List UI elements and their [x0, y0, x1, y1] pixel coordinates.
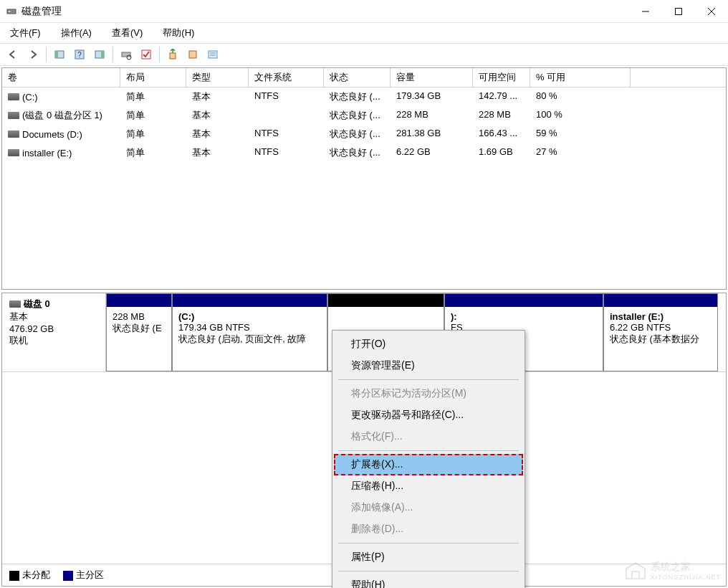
column-type[interactable]: 类型	[186, 68, 249, 87]
app-icon	[6, 6, 17, 17]
column-free[interactable]: 可用空间	[473, 68, 530, 87]
volume-icon	[8, 149, 19, 156]
ctx-shrink-volume[interactable]: 压缩卷(H)...	[334, 475, 523, 497]
svg-rect-16	[189, 51, 196, 58]
toolbar-btn-1[interactable]	[51, 46, 68, 63]
toolbar-btn-6[interactable]	[164, 46, 181, 63]
svg-rect-12	[122, 52, 130, 57]
watermark: 系统之家 XITONGZHIJIA.NET	[625, 561, 721, 581]
ctx-open[interactable]: 打开(O)	[334, 333, 523, 355]
volume-list[interactable]: 卷 布局 类型 文件系统 状态 容量 可用空间 % 可用 (C:) 简单 基本 …	[1, 67, 727, 290]
context-menu: 打开(O) 资源管理器(E) 将分区标记为活动分区(M) 更改驱动器号和路径(C…	[332, 330, 525, 588]
help-icon[interactable]: ?	[71, 46, 88, 63]
svg-rect-3	[676, 8, 682, 14]
volume-icon	[8, 112, 19, 119]
menu-action[interactable]: 操作(A)	[57, 25, 96, 41]
ctx-delete-volume: 删除卷(D)...	[334, 518, 523, 540]
column-percent[interactable]: % 可用	[530, 68, 631, 87]
menu-file[interactable]: 文件(F)	[6, 25, 45, 41]
column-filesystem[interactable]: 文件系统	[249, 68, 324, 87]
toolbar-btn-3[interactable]	[91, 46, 108, 63]
svg-rect-17	[209, 51, 217, 58]
close-button[interactable]	[695, 0, 728, 23]
disk-icon	[9, 300, 21, 308]
volume-icon	[8, 93, 19, 100]
forward-button[interactable]	[24, 46, 42, 63]
svg-text:?: ?	[77, 51, 82, 59]
partition-block[interactable]: installer (E:) 6.22 GB NTFS 状态良好 (基本数据分	[603, 293, 718, 371]
ctx-change-drive[interactable]: 更改驱动器号和路径(C)...	[334, 404, 523, 426]
check-icon[interactable]	[138, 46, 155, 63]
volume-row[interactable]: Documets (D:) 简单 基本 NTFS 状态良好 (... 281.3…	[2, 125, 726, 143]
window-title: 磁盘管理	[21, 5, 629, 18]
maximize-button[interactable]	[662, 0, 695, 23]
svg-point-1	[9, 11, 10, 12]
minimize-button[interactable]	[629, 0, 662, 23]
toolbar: ?	[0, 43, 728, 66]
svg-rect-11	[101, 51, 104, 58]
column-status[interactable]: 状态	[324, 68, 391, 87]
column-layout[interactable]: 布局	[120, 68, 186, 87]
volume-row[interactable]: (磁盘 0 磁盘分区 1) 简单 基本 状态良好 (... 228 MB 228…	[2, 106, 726, 125]
legend-unallocated-icon	[9, 571, 19, 581]
menu-help[interactable]: 帮助(H)	[158, 25, 198, 41]
partition-block[interactable]: (C:) 179.34 GB NTFS 状态良好 (启动, 页面文件, 故障	[172, 293, 327, 371]
column-volume[interactable]: 卷	[2, 68, 120, 87]
svg-rect-0	[7, 9, 16, 14]
svg-rect-7	[55, 51, 58, 58]
ctx-explorer[interactable]: 资源管理器(E)	[334, 355, 523, 376]
back-button[interactable]	[4, 46, 21, 63]
partition-block[interactable]: 228 MB 状态良好 (E	[106, 293, 172, 371]
ctx-extend-volume[interactable]: 扩展卷(X)...	[334, 454, 523, 475]
volume-row[interactable]: installer (E:) 简单 基本 NTFS 状态良好 (... 6.22…	[2, 143, 726, 162]
menu-view[interactable]: 查看(V)	[107, 25, 147, 41]
properties-icon[interactable]	[204, 46, 221, 63]
svg-rect-15	[170, 53, 176, 59]
ctx-mark-active: 将分区标记为活动分区(M)	[334, 383, 523, 404]
ctx-properties[interactable]: 属性(P)	[334, 546, 523, 568]
ctx-add-mirror: 添加镜像(A)...	[334, 497, 523, 518]
ctx-format: 格式化(F)...	[334, 426, 523, 447]
legend-primary-icon	[63, 571, 73, 581]
toolbar-btn-7[interactable]	[184, 46, 201, 63]
column-capacity[interactable]: 容量	[391, 68, 473, 87]
volume-icon	[8, 131, 19, 138]
ctx-help[interactable]: 帮助(H)	[334, 574, 523, 588]
refresh-icon[interactable]	[118, 46, 135, 63]
volume-row[interactable]: (C:) 简单 基本 NTFS 状态良好 (... 179.34 GB 142.…	[2, 87, 726, 106]
disk-info[interactable]: 磁盘 0 基本 476.92 GB 联机	[2, 293, 106, 371]
